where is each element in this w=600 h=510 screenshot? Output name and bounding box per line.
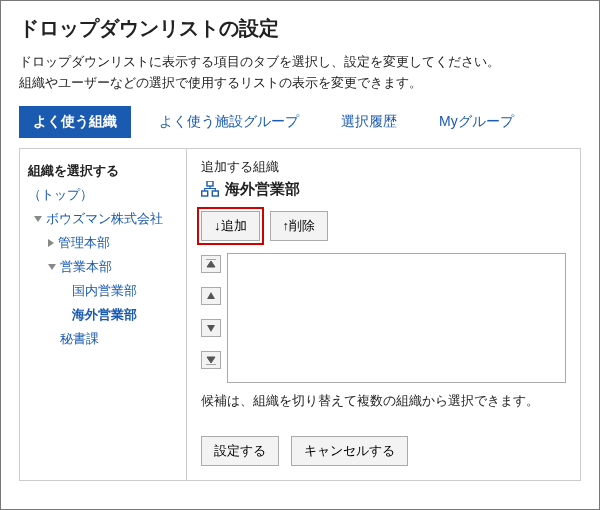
tree-node-sales[interactable]: 営業本部 [28, 255, 178, 279]
chevron-right-icon [48, 239, 54, 247]
tab-bar: よく使う組織 よく使う施設グループ 選択履歴 Myグループ [19, 106, 581, 138]
tree-node-company[interactable]: ボウズマン株式会社 [28, 207, 178, 231]
tree-node-overseas[interactable]: 海外営業部 [28, 303, 178, 327]
hint-text: 候補は、組織を切り替えて複数の組織から選択できます。 [201, 393, 566, 410]
move-top-button[interactable] [201, 255, 221, 273]
submit-button[interactable]: 設定する [201, 436, 279, 466]
selected-org-name: 海外営業部 [225, 180, 300, 199]
page-title: ドロップダウンリストの設定 [19, 15, 581, 42]
tab-frequent-facility[interactable]: よく使う施設グループ [145, 106, 313, 138]
chevron-down-icon [34, 216, 42, 222]
move-down-button[interactable] [201, 319, 221, 337]
tab-my-group[interactable]: Myグループ [425, 106, 528, 138]
selected-org-list[interactable] [227, 253, 566, 383]
tab-history[interactable]: 選択履歴 [327, 106, 411, 138]
sidebar-title: 組織を選択する [28, 159, 178, 183]
chevron-down-icon [48, 264, 56, 270]
tree-node-secretary[interactable]: 秘書課 [28, 327, 178, 351]
remove-button[interactable]: ↑削除 [270, 211, 329, 241]
tree-node-domestic[interactable]: 国内営業部 [28, 279, 178, 303]
move-bottom-button[interactable] [201, 351, 221, 369]
move-up-button[interactable] [201, 287, 221, 305]
svg-rect-1 [202, 191, 208, 196]
tab-frequent-org[interactable]: よく使う組織 [19, 106, 131, 138]
tree-node-admin[interactable]: 管理本部 [28, 231, 178, 255]
cancel-button[interactable]: キャンセルする [291, 436, 408, 466]
org-tree-sidebar: 組織を選択する （トップ） ボウズマン株式会社 管理本部 営業本部 国内営業部 … [19, 148, 187, 481]
tree-top-link[interactable]: （トップ） [28, 183, 178, 207]
add-button[interactable]: ↓追加 [201, 211, 260, 241]
svg-rect-0 [207, 181, 213, 186]
add-org-label: 追加する組織 [201, 159, 566, 176]
svg-rect-2 [212, 191, 218, 196]
organization-icon [201, 181, 219, 197]
page-description: ドロップダウンリストに表示する項目のタブを選択し、設定を変更してください。 組織… [19, 52, 581, 94]
